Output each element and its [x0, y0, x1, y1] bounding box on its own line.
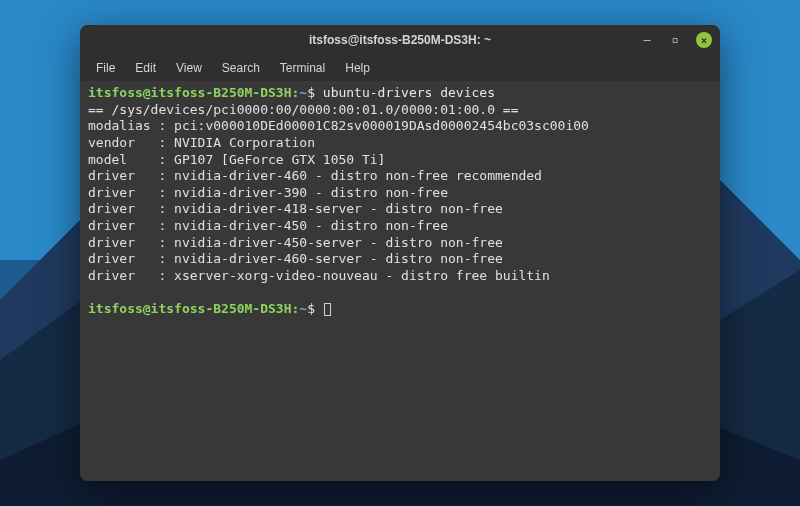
prompt-path: ~	[299, 301, 307, 316]
output-line: model : GP107 [GeForce GTX 1050 Ti]	[88, 152, 385, 167]
cursor-icon	[324, 303, 331, 316]
maximize-button[interactable]: ▫	[668, 33, 682, 47]
prompt-user-host: itsfoss@itsfoss-B250M-DS3H	[88, 85, 292, 100]
output-line: driver : nvidia-driver-460 - distro non-…	[88, 168, 542, 183]
window-controls: – ▫ ×	[640, 25, 712, 55]
prompt-user-host: itsfoss@itsfoss-B250M-DS3H	[88, 301, 292, 316]
prompt-symbol: $	[307, 301, 315, 316]
menu-terminal[interactable]: Terminal	[270, 57, 335, 79]
minimize-button[interactable]: –	[640, 33, 654, 47]
menu-view[interactable]: View	[166, 57, 212, 79]
terminal-body[interactable]: itsfoss@itsfoss-B250M-DS3H:~$ ubuntu-dri…	[80, 81, 720, 481]
menu-file[interactable]: File	[86, 57, 125, 79]
menubar: File Edit View Search Terminal Help	[80, 55, 720, 81]
output-line: driver : nvidia-driver-418-server - dist…	[88, 201, 503, 216]
output-line: driver : nvidia-driver-460-server - dist…	[88, 251, 503, 266]
output-line: modalias : pci:v000010DEd00001C82sv00001…	[88, 118, 589, 133]
output-line: driver : nvidia-driver-390 - distro non-…	[88, 185, 448, 200]
menu-help[interactable]: Help	[335, 57, 380, 79]
output-line: driver : xserver-xorg-video-nouveau - di…	[88, 268, 550, 283]
titlebar[interactable]: itsfoss@itsfoss-B250M-DS3H: ~ – ▫ ×	[80, 25, 720, 55]
command-1: ubuntu-drivers devices	[323, 85, 495, 100]
output-line: vendor : NVIDIA Corporation	[88, 135, 315, 150]
close-button[interactable]: ×	[696, 32, 712, 48]
menu-search[interactable]: Search	[212, 57, 270, 79]
output-line: driver : nvidia-driver-450-server - dist…	[88, 235, 503, 250]
menu-edit[interactable]: Edit	[125, 57, 166, 79]
output-line: == /sys/devices/pci0000:00/0000:00:01.0/…	[88, 102, 518, 117]
window-title: itsfoss@itsfoss-B250M-DS3H: ~	[309, 33, 491, 47]
prompt-path: ~	[299, 85, 307, 100]
output-line: driver : nvidia-driver-450 - distro non-…	[88, 218, 448, 233]
prompt-symbol: $	[307, 85, 315, 100]
terminal-window: itsfoss@itsfoss-B250M-DS3H: ~ – ▫ × File…	[80, 25, 720, 481]
